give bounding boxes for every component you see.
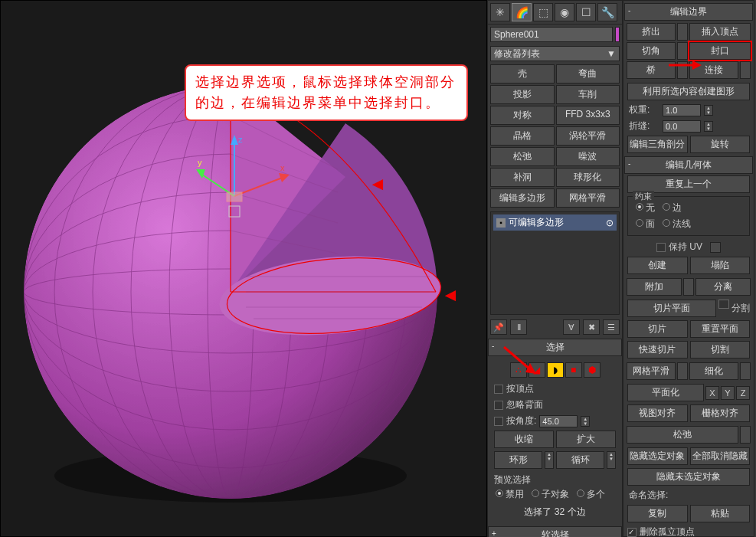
settings-icon[interactable] xyxy=(677,362,688,380)
grid-align-button[interactable]: 栅格对齐 xyxy=(690,404,751,422)
unhide-all-button[interactable]: 全部取消隐藏 xyxy=(690,447,751,465)
attach-list-icon[interactable] xyxy=(683,278,694,296)
shrink-button[interactable]: 收缩 xyxy=(494,431,554,448)
extrude-button[interactable]: 挤出 xyxy=(627,23,676,41)
grow-button[interactable]: 扩大 xyxy=(556,431,616,448)
weight-spinner[interactable]: 1.0 xyxy=(663,104,701,116)
insert-vertex-button[interactable]: 插入顶点 xyxy=(689,23,751,41)
connect-settings-icon[interactable] xyxy=(740,61,751,79)
edit-border-header[interactable]: -编辑边界 xyxy=(624,3,753,21)
split-checkbox[interactable] xyxy=(718,300,729,309)
slice-plane-button[interactable]: 切片平面 xyxy=(627,300,716,317)
modifier-button[interactable]: 车削 xyxy=(556,85,620,104)
viewport-3d[interactable]: 选择边界选项，鼠标选择球体空洞部分的边，在编辑边界菜单中选择封口。 xyxy=(0,0,487,537)
hide-unselected-button[interactable]: 隐藏未选定对象 xyxy=(627,468,750,486)
constraint-edge-radio[interactable] xyxy=(663,203,670,211)
modifier-button[interactable]: FFD 3x3x3 xyxy=(556,106,620,125)
reset-plane-button[interactable]: 重置平面 xyxy=(690,320,751,338)
object-name-field[interactable] xyxy=(490,27,613,42)
copy-button[interactable]: 复制 xyxy=(627,505,688,522)
modifier-button[interactable]: 壳 xyxy=(490,64,555,83)
create-tab-icon[interactable]: ✳ xyxy=(490,3,510,21)
spinner-arrows[interactable]: ▲▼ xyxy=(704,121,713,132)
x-button[interactable]: X xyxy=(705,386,719,400)
ring-button[interactable]: 环形 xyxy=(494,451,542,469)
motion-tab-icon[interactable]: ◉ xyxy=(555,3,574,21)
edit-geometry-header[interactable]: -编辑几何体 xyxy=(624,156,753,174)
crease-spinner[interactable]: 0.0 xyxy=(663,120,701,133)
settings-icon[interactable] xyxy=(740,362,751,380)
msmooth-button[interactable]: 网格平滑 xyxy=(627,362,676,380)
polygon-mode-icon[interactable]: ■ xyxy=(565,362,582,378)
modifier-button[interactable]: 涡轮平滑 xyxy=(556,126,620,146)
modifier-button[interactable]: 晶格 xyxy=(490,126,555,146)
modifier-button[interactable]: 网格平滑 xyxy=(556,188,620,208)
y-button[interactable]: Y xyxy=(721,386,735,400)
hierarchy-tab-icon[interactable]: ⬚ xyxy=(533,3,553,21)
delete-iso-checkbox[interactable] xyxy=(627,528,637,537)
expand-icon[interactable]: ▪ xyxy=(496,218,506,228)
disable-radio[interactable] xyxy=(496,490,503,497)
cut-button[interactable]: 切割 xyxy=(690,341,751,359)
configure-icon[interactable]: ☰ xyxy=(603,319,620,335)
modifier-button[interactable]: 松弛 xyxy=(490,147,555,166)
svg-rect-32 xyxy=(229,206,240,217)
soft-selection-rollout-header[interactable]: +软选择 xyxy=(488,526,622,537)
make-unique-icon[interactable]: ∀ xyxy=(563,319,580,335)
spinner-arrows[interactable]: ▲▼ xyxy=(581,416,590,427)
modifier-button[interactable]: 编辑多边形 xyxy=(490,188,555,208)
pin-stack-icon[interactable]: 📌 xyxy=(490,319,507,335)
modifier-list-dropdown[interactable]: 修改器列表▼ xyxy=(490,46,620,61)
create-button[interactable]: 创建 xyxy=(627,257,688,274)
subobj-radio[interactable] xyxy=(532,490,539,497)
planarize-button[interactable]: 平面化 xyxy=(627,384,704,401)
settings-icon[interactable] xyxy=(740,426,751,444)
modifier-button[interactable]: 对称 xyxy=(490,106,555,125)
edit-tri-button[interactable]: 编辑三角剖分 xyxy=(627,136,688,153)
modifier-button[interactable]: 球形化 xyxy=(556,168,620,187)
modifier-stack[interactable]: ▪ 可编辑多边形 ⊙ xyxy=(490,211,620,315)
modifier-button[interactable]: 补洞 xyxy=(490,168,555,187)
ignore-backface-checkbox[interactable] xyxy=(494,401,503,410)
display-tab-icon[interactable]: ☐ xyxy=(576,3,596,21)
multi-radio[interactable] xyxy=(577,490,584,497)
view-align-button[interactable]: 视图对齐 xyxy=(627,404,688,422)
turn-button[interactable]: 旋转 xyxy=(690,136,751,153)
remove-icon[interactable]: ✖ xyxy=(583,319,600,335)
detach-button[interactable]: 分离 xyxy=(695,278,751,296)
modify-tab-icon[interactable]: 🌈 xyxy=(512,3,532,21)
spinner-arrows[interactable]: ▲▼ xyxy=(607,451,616,469)
quickslice-button[interactable]: 快速切片 xyxy=(627,341,688,359)
modifier-button[interactable]: 噪波 xyxy=(556,147,620,166)
transform-gizmo[interactable]: z x y xyxy=(196,131,296,223)
constraint-none-radio[interactable] xyxy=(636,203,643,211)
modifier-button[interactable]: 弯曲 xyxy=(556,64,620,83)
by-vertex-checkbox[interactable] xyxy=(494,385,503,394)
angle-spinner[interactable]: 45.0 xyxy=(539,415,578,427)
spinner-arrows[interactable]: ▲▼ xyxy=(545,451,554,469)
attach-button[interactable]: 附加 xyxy=(627,278,682,296)
element-mode-icon[interactable]: ⬢ xyxy=(584,362,601,378)
utilities-tab-icon[interactable]: 🔧 xyxy=(597,3,617,21)
spinner-arrows[interactable]: ▲▼ xyxy=(704,105,713,116)
tessellate-button[interactable]: 细化 xyxy=(689,362,738,380)
hide-selected-button[interactable]: 隐藏选定对象 xyxy=(627,447,688,465)
z-button[interactable]: Z xyxy=(736,386,750,400)
loop-button[interactable]: 循环 xyxy=(556,451,604,469)
preserve-uv-checkbox[interactable] xyxy=(656,243,666,252)
extrude-settings-icon[interactable] xyxy=(677,23,688,41)
constraint-face-radio[interactable] xyxy=(636,219,643,227)
create-shape-button[interactable]: 利用所选内容创建图形 xyxy=(627,83,750,100)
by-angle-checkbox[interactable] xyxy=(494,417,503,426)
slice-button[interactable]: 切片 xyxy=(627,320,688,338)
preserve-uv-settings-icon[interactable] xyxy=(710,242,721,253)
show-end-icon[interactable]: Ⅱ xyxy=(510,319,527,335)
constraint-normal-radio[interactable] xyxy=(663,219,670,227)
border-mode-icon[interactable]: ◗ xyxy=(547,362,564,378)
relax-button[interactable]: 松弛 xyxy=(627,426,738,444)
paste-button[interactable]: 粘贴 xyxy=(690,505,751,522)
modifier-button[interactable]: 投影 xyxy=(490,85,555,104)
stack-item-editable-poly[interactable]: ▪ 可编辑多边形 ⊙ xyxy=(493,214,617,231)
object-color-swatch[interactable] xyxy=(615,27,620,42)
collapse-button[interactable]: 塌陷 xyxy=(690,257,751,274)
